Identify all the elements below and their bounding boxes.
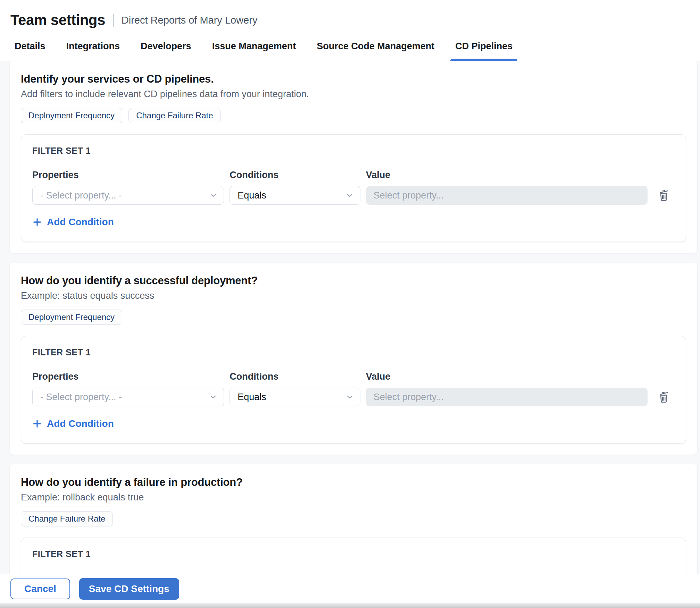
filter-row: Properties Conditions Value - Select pro… [32, 371, 675, 406]
section-description: Example: status equals success [21, 290, 686, 301]
add-condition-button[interactable]: Add Condition [32, 418, 114, 429]
plus-icon [32, 419, 42, 429]
property-select[interactable]: - Select property... - [32, 388, 224, 406]
tab-bar: Details Integrations Developers Issue Ma… [0, 39, 700, 61]
filter-set-title: FILTER SET 1 [32, 146, 675, 156]
filter-set: FILTER SET 1 Properties Conditions Value… [21, 134, 686, 242]
page-subtitle: Direct Reports of Mary Lowery [122, 15, 258, 26]
value-label: Value [366, 170, 648, 180]
main-content: Identify your services or CD pipelines. … [0, 61, 700, 608]
chip-deployment-frequency[interactable]: Deployment Frequency [21, 108, 122, 123]
property-select-placeholder: - Select property... - [40, 190, 122, 201]
tab-cd-pipelines[interactable]: CD Pipelines [455, 39, 513, 61]
conditions-label: Conditions [230, 371, 360, 382]
section-successful-deployment: How do you identify a successful deploym… [10, 263, 697, 455]
properties-label: Properties [32, 170, 224, 180]
filter-set: FILTER SET 1 Properties Conditions Value… [21, 336, 686, 444]
trash-icon [657, 390, 670, 404]
metric-chips: Deployment Frequency [21, 310, 686, 325]
add-condition-label: Add Condition [47, 217, 114, 228]
metric-chips: Deployment Frequency Change Failure Rate [21, 108, 686, 123]
section-description: Example: rollback equals true [21, 492, 686, 503]
value-label: Value [366, 371, 648, 382]
delete-filter-button[interactable] [653, 390, 675, 404]
metric-chips: Change Failure Rate [21, 511, 686, 526]
property-select[interactable]: - Select property... - [32, 186, 224, 205]
value-input[interactable] [366, 388, 648, 406]
action-footer: Cancel Save CD Settings [0, 574, 700, 603]
section-heading: Identify your services or CD pipelines. [21, 73, 686, 85]
property-select-placeholder: - Select property... - [40, 392, 122, 403]
add-condition-button[interactable]: Add Condition [32, 217, 114, 228]
title-divider [113, 14, 114, 27]
value-input[interactable] [366, 186, 648, 205]
chip-change-failure-rate[interactable]: Change Failure Rate [128, 108, 220, 123]
chevron-down-icon [209, 191, 217, 200]
title-row: Team settings Direct Reports of Mary Low… [0, 0, 700, 28]
filter-set-title: FILTER SET 1 [32, 549, 675, 559]
conditions-label: Conditions [230, 170, 360, 180]
properties-label: Properties [32, 371, 224, 382]
filter-set-title: FILTER SET 1 [32, 347, 675, 357]
bottom-edge-shadow [0, 603, 700, 608]
condition-select[interactable]: Equals [230, 186, 360, 205]
cancel-button[interactable]: Cancel [10, 579, 70, 599]
page-header: Team settings Direct Reports of Mary Low… [0, 0, 700, 61]
tab-issue-management[interactable]: Issue Management [211, 39, 297, 61]
chevron-down-icon [209, 393, 217, 401]
condition-select-value: Equals [238, 190, 266, 201]
tab-source-code-management[interactable]: Source Code Management [316, 39, 435, 61]
section-heading: How do you identify a successful deploym… [21, 275, 686, 287]
add-condition-label: Add Condition [47, 418, 114, 429]
condition-select[interactable]: Equals [230, 388, 360, 406]
section-description: Add filters to include relevant CD pipel… [21, 89, 686, 100]
save-cd-settings-button[interactable]: Save CD Settings [79, 578, 179, 600]
section-heading: How do you identify a failure in product… [21, 476, 686, 489]
page-title: Team settings [10, 12, 105, 28]
filter-row: Properties Conditions Value - Select pro… [32, 170, 675, 205]
chip-change-failure-rate[interactable]: Change Failure Rate [21, 511, 113, 526]
section-identify-pipelines: Identify your services or CD pipelines. … [10, 61, 697, 253]
chevron-down-icon [345, 393, 354, 401]
plus-icon [32, 217, 42, 227]
chevron-down-icon [345, 191, 354, 200]
condition-select-value: Equals [238, 392, 266, 403]
delete-filter-button[interactable] [653, 189, 675, 202]
chip-deployment-frequency[interactable]: Deployment Frequency [21, 310, 122, 325]
tab-integrations[interactable]: Integrations [66, 39, 121, 61]
trash-icon [657, 189, 670, 202]
tab-developers[interactable]: Developers [140, 39, 192, 61]
tab-details[interactable]: Details [14, 39, 46, 61]
